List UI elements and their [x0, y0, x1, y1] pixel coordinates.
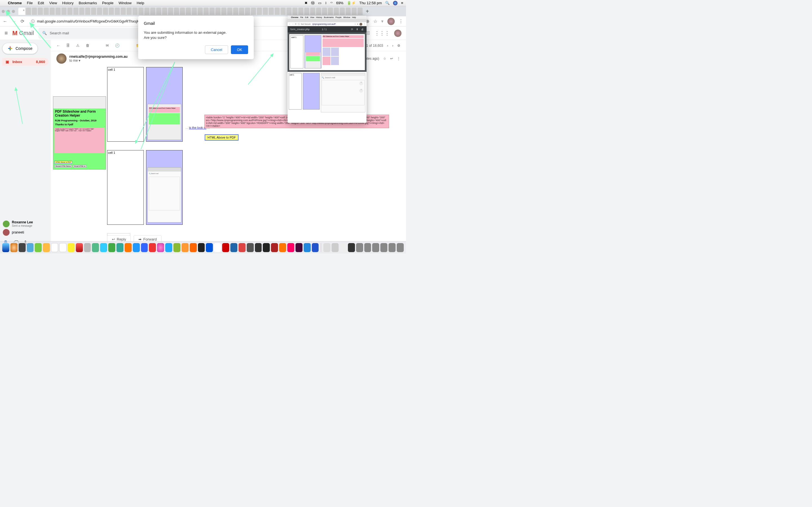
siri-icon[interactable]	[393, 1, 398, 5]
dock-app-icon[interactable]	[190, 243, 197, 252]
dock-app-icon[interactable]	[372, 243, 379, 252]
reply-icon[interactable]: ↩	[390, 57, 393, 61]
dock-app-icon[interactable]	[27, 243, 34, 252]
menu-edit[interactable]: Edit	[38, 1, 44, 5]
browser-tab[interactable]	[340, 8, 345, 15]
browser-tab[interactable]	[50, 8, 55, 15]
menu-help[interactable]: Help	[137, 1, 144, 5]
ok-button[interactable]: OK	[231, 45, 248, 54]
browser-tab[interactable]	[73, 8, 79, 15]
browser-tab[interactable]	[192, 8, 197, 15]
gmail-logo[interactable]: M Gmail	[12, 30, 34, 37]
browser-tab[interactable]	[257, 8, 262, 15]
profile-avatar[interactable]	[388, 18, 395, 25]
dock-app-icon[interactable]	[279, 243, 286, 252]
browser-tab[interactable]	[56, 8, 61, 15]
dock-app-icon[interactable]	[397, 243, 404, 252]
browser-tab[interactable]	[91, 8, 96, 15]
browser-tab[interactable]	[328, 8, 333, 15]
unread-icon[interactable]: ✉	[106, 43, 109, 48]
pdf-preview-window[interactable]: Chrome FileEditViewHistoryBookmarksPeopl…	[288, 16, 366, 123]
dock-app-icon[interactable]	[255, 243, 262, 252]
browser-tab[interactable]	[168, 8, 173, 15]
sender-avatar[interactable]	[56, 54, 66, 64]
browser-tab[interactable]	[97, 8, 102, 15]
dock-app-icon[interactable]	[214, 243, 221, 252]
dock-app-icon[interactable]	[108, 243, 115, 252]
mini-addressbar[interactable]: ←→⟳ ⓘNot Secure rjmprogramming.com.au/P …	[288, 22, 366, 26]
dock-app-icon[interactable]	[124, 243, 132, 252]
dock-app-icon[interactable]	[84, 243, 91, 252]
window-controls[interactable]	[2, 10, 15, 13]
browser-tab[interactable]	[209, 8, 214, 15]
browser-tab[interactable]	[32, 8, 37, 15]
dock-app-icon[interactable]	[51, 243, 58, 252]
dock-app-icon[interactable]	[100, 243, 107, 252]
dock-app-icon[interactable]	[10, 243, 17, 252]
dock-app-icon[interactable]	[116, 243, 123, 252]
print-icon[interactable]: 🖨	[361, 28, 364, 31]
browser-tab[interactable]	[126, 8, 132, 15]
dock-app-icon[interactable]	[165, 243, 172, 252]
cancel-button[interactable]: Cancel	[205, 45, 228, 54]
dock-app-icon[interactable]	[68, 243, 75, 252]
dock-app-icon[interactable]	[263, 243, 270, 252]
close-icon[interactable]: ×	[23, 9, 24, 12]
delete-icon[interactable]: 🗑	[86, 43, 89, 48]
dock-app-icon[interactable]	[380, 243, 388, 252]
extension-icon[interactable]: ▾	[381, 18, 384, 24]
battery-icon[interactable]: 🔋⚡	[347, 1, 356, 5]
prev-icon[interactable]: ‹	[387, 44, 388, 48]
dock-app-icon[interactable]	[59, 243, 66, 252]
status-icon[interactable]: Ⓜ	[311, 1, 315, 6]
snooze-icon[interactable]: 🕘	[115, 43, 119, 48]
star-icon[interactable]: ☆	[373, 18, 377, 24]
browser-tab[interactable]	[239, 8, 244, 15]
back-icon[interactable]: ←	[3, 19, 7, 24]
html-above-to-pdf-button[interactable]: HTML Above to PDF	[205, 134, 239, 140]
browser-tab[interactable]	[292, 8, 297, 15]
browser-tab[interactable]	[174, 8, 179, 15]
help-icon[interactable]: ？⃝	[366, 30, 370, 36]
browser-tab[interactable]	[352, 8, 357, 15]
apps-icon[interactable]: ⋮⋮⋮	[374, 30, 390, 36]
dock-app-icon[interactable]	[271, 243, 278, 252]
archive-icon[interactable]: 🗄	[66, 43, 70, 48]
browser-tab[interactable]	[44, 8, 49, 15]
dock-app-icon[interactable]	[182, 243, 189, 252]
browser-tab[interactable]	[186, 8, 191, 15]
dock-app-icon[interactable]	[206, 243, 213, 252]
status-icon[interactable]: ✖︎	[305, 1, 308, 5]
browser-tab[interactable]	[26, 8, 31, 15]
browser-tab[interactable]	[67, 8, 72, 15]
spam-icon[interactable]: ⚠	[76, 43, 80, 48]
browser-tab[interactable]	[281, 8, 286, 15]
browser-tab[interactable]	[61, 8, 66, 15]
browser-tab[interactable]	[334, 8, 339, 15]
browser-tab[interactable]	[215, 8, 220, 15]
browser-tab[interactable]	[162, 8, 167, 15]
browser-tab[interactable]	[180, 8, 185, 15]
compose-button[interactable]: Compose	[2, 43, 38, 54]
settings-icon[interactable]: ⚙	[397, 44, 400, 48]
more-icon[interactable]: ⋮	[397, 57, 400, 61]
download-icon[interactable]: ⬇	[356, 28, 358, 31]
star-icon[interactable]: ☆	[383, 57, 386, 61]
dock-app-icon[interactable]	[157, 243, 164, 252]
dock-app-icon[interactable]	[287, 243, 294, 252]
next-icon[interactable]: ›	[392, 44, 393, 48]
dock-app-icon[interactable]	[18, 243, 26, 252]
browser-tab[interactable]	[103, 8, 108, 15]
wifi-icon[interactable]: ⌔	[331, 1, 333, 5]
dock-app-icon[interactable]	[149, 243, 156, 252]
dock-app-icon[interactable]	[332, 243, 339, 252]
spotlight-icon[interactable]: 🔍	[385, 1, 390, 5]
account-avatar[interactable]	[394, 30, 402, 37]
dock-app-icon[interactable]	[304, 243, 311, 252]
reload-icon[interactable]: ⟳	[20, 19, 24, 24]
dock-app-icon[interactable]	[231, 243, 238, 252]
dock-app-icon[interactable]	[247, 243, 254, 252]
forward-icon[interactable]: →	[12, 19, 16, 24]
menu-view[interactable]: View	[49, 1, 57, 5]
browser-tab[interactable]	[310, 8, 315, 15]
